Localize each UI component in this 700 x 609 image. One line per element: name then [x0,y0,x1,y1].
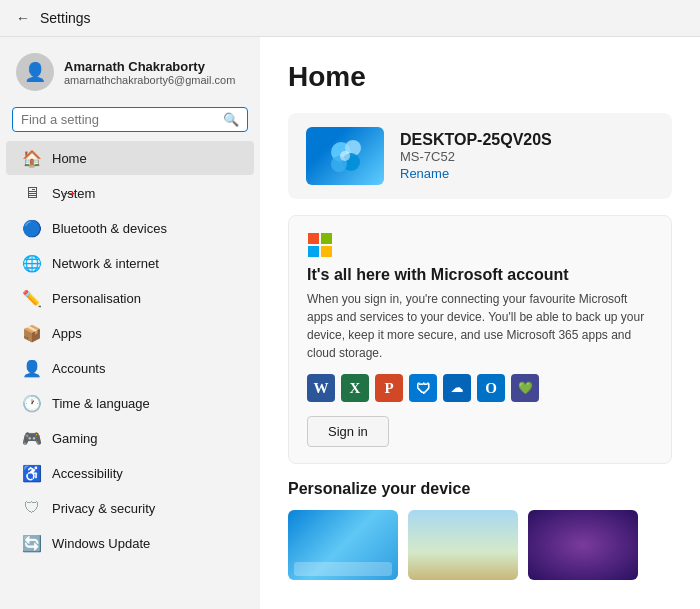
svg-rect-8 [321,246,332,257]
content-area: Home DESKTOP-25QV20S MS-7C52 Rename [260,37,700,609]
sidebar-item-home[interactable]: 🏠Home [6,141,254,175]
device-card: DESKTOP-25QV20S MS-7C52 Rename [288,113,672,199]
sidebar-item-label: Bluetooth & devices [52,221,167,236]
search-icon: 🔍 [223,112,239,127]
network-icon: 🌐 [22,253,42,273]
sidebar-item-apps[interactable]: 📦Apps [6,316,254,350]
sidebar-item-accounts[interactable]: 👤Accounts [6,351,254,385]
rename-link[interactable]: Rename [400,166,449,181]
accounts-icon: 👤 [22,358,42,378]
main-content: 👤 Amarnath Chakraborty amarnathchakrabor… [0,37,700,609]
app-title: Settings [40,10,91,26]
update-icon: 🔄 [22,533,42,553]
sidebar-item-personalisation[interactable]: ✏️Personalisation [6,281,254,315]
sidebar-item-label: Gaming [52,431,98,446]
defender-icon: 🛡 [409,374,437,402]
user-info[interactable]: 👤 Amarnath Chakraborty amarnathchakrabor… [0,45,260,103]
user-email: amarnathchakraborty6@gmail.com [64,74,235,86]
sidebar-item-update[interactable]: 🔄Windows Update [6,526,254,560]
search-box[interactable]: 🔍 [12,107,248,132]
svg-rect-5 [308,233,319,244]
ms-card-title: It's all here with Microsoft account [307,266,653,284]
sidebar-item-label: Personalisation [52,291,141,306]
device-info: DESKTOP-25QV20S MS-7C52 Rename [400,131,552,182]
search-input[interactable] [21,112,217,127]
personalisation-icon: ✏️ [22,288,42,308]
personalize-section: Personalize your device [288,480,672,580]
svg-point-4 [340,151,350,161]
apps-icon: 📦 [22,323,42,343]
ms-logo [307,232,653,258]
sidebar-item-system[interactable]: 🖥System [6,176,254,210]
sidebar-item-label: Network & internet [52,256,159,271]
ms-app-icons: W X P 🛡 ☁ O 💚 [307,374,653,402]
privacy-icon: 🛡 [22,498,42,518]
system-icon: 🖥 [22,183,42,203]
windows-logo [323,134,367,178]
excel-icon: X [341,374,369,402]
sidebar-item-label: Accounts [52,361,105,376]
gaming-icon: 🎮 [22,428,42,448]
sidebar-item-bluetooth[interactable]: 🔵Bluetooth & devices [6,211,254,245]
microsoft-logo-icon [307,232,333,258]
svg-rect-7 [308,246,319,257]
back-button[interactable]: ← [16,10,30,26]
sidebar-item-time[interactable]: 🕐Time & language [6,386,254,420]
title-bar: ← Settings [0,0,700,37]
svg-rect-6 [321,233,332,244]
onedrive-icon: ☁ [443,374,471,402]
sidebar-item-label: Privacy & security [52,501,155,516]
device-thumbnail [306,127,384,185]
outlook-icon: O [477,374,505,402]
device-model: MS-7C52 [400,149,552,164]
personalize-title: Personalize your device [288,480,672,498]
bluetooth-icon: 🔵 [22,218,42,238]
user-name: Amarnath Chakraborty [64,59,235,74]
sidebar-item-label: Apps [52,326,82,341]
ms-card-desc: When you sign in, you're connecting your… [307,290,653,362]
word-icon: W [307,374,335,402]
sidebar-item-network[interactable]: 🌐Network & internet [6,246,254,280]
sign-in-button[interactable]: Sign in [307,416,389,447]
ms-account-card: It's all here with Microsoft account Whe… [288,215,672,464]
sidebar-item-accessibility[interactable]: ♿Accessibility [6,456,254,490]
sidebar-item-privacy[interactable]: 🛡Privacy & security [6,491,254,525]
page-title: Home [288,61,672,93]
powerpoint-icon: P [375,374,403,402]
home-icon: 🏠 [22,148,42,168]
time-icon: 🕐 [22,393,42,413]
sidebar-item-label: Time & language [52,396,150,411]
wallpaper-thumb-1[interactable] [288,510,398,580]
sidebar-item-label: Windows Update [52,536,150,551]
sidebar-item-label: Home [52,151,87,166]
user-details: Amarnath Chakraborty amarnathchakraborty… [64,59,235,86]
sidebar: 👤 Amarnath Chakraborty amarnathchakrabor… [0,37,260,609]
teams-icon: 💚 [511,374,539,402]
wallpaper-thumb-3[interactable] [528,510,638,580]
avatar: 👤 [16,53,54,91]
accessibility-icon: ♿ [22,463,42,483]
sidebar-item-label: System [52,186,95,201]
wallpaper-thumb-2[interactable] [408,510,518,580]
nav-list: 🏠Home→🖥System🔵Bluetooth & devices🌐Networ… [0,140,260,561]
sidebar-item-label: Accessibility [52,466,123,481]
wallpaper-row [288,510,672,580]
device-name: DESKTOP-25QV20S [400,131,552,149]
sidebar-item-gaming[interactable]: 🎮Gaming [6,421,254,455]
